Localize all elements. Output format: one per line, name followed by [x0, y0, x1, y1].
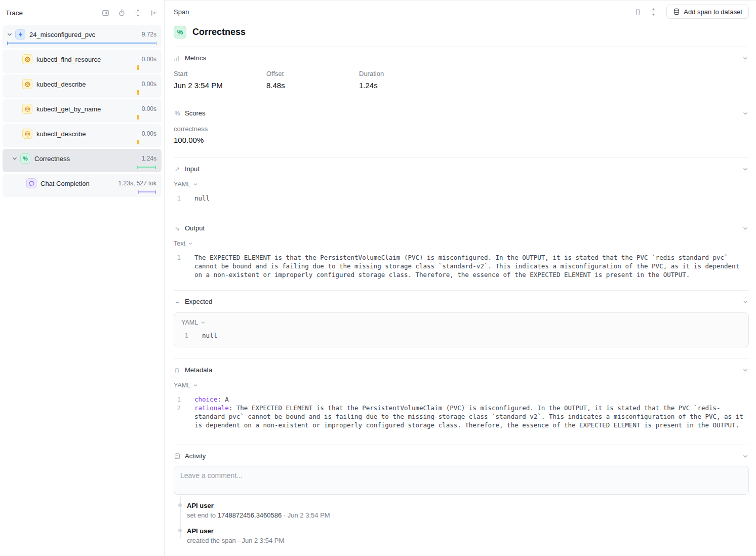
code-text: null	[194, 194, 749, 203]
chevron-down-icon[interactable]	[742, 55, 749, 62]
percent-icon: %	[174, 110, 181, 117]
tree-row-duration: 9.72s	[142, 31, 162, 38]
timeline-dot-icon	[178, 503, 182, 507]
format-selector[interactable]: Text	[174, 240, 193, 247]
arrow-down-right-icon: ↘	[174, 225, 181, 232]
score-label: correctness	[174, 125, 749, 133]
trace-tree: 24_misconfigured_pvc 9.72s kubectl_find_…	[0, 25, 164, 197]
timeline-track	[7, 165, 156, 170]
tree-row-trace-root[interactable]: 24_misconfigured_pvc 9.72s	[3, 25, 162, 48]
section-heading: Metrics	[185, 54, 206, 62]
timeline-track	[7, 41, 156, 46]
scorer-icon: %	[20, 153, 30, 164]
metric-value: Jun 2 3:54 PM	[174, 81, 266, 90]
code-text: The EXPECTED ELEMENT is that the Persist…	[194, 253, 749, 279]
tree-row-tool[interactable]: kubectl_describe 0.00s	[3, 74, 162, 98]
timeline-track	[7, 65, 156, 70]
line-number: 1	[181, 331, 188, 340]
tree-row-duration: 1.24s	[142, 155, 162, 162]
metrics-section: Metrics Start Jun 2 3:54 PM Offset 8.48s…	[174, 47, 749, 102]
tree-row-tool[interactable]: kubectl_get_by_name 0.00s	[3, 99, 162, 123]
tree-row-duration: 0.00s	[142, 56, 162, 63]
line-number: 1	[174, 253, 181, 279]
metric-value: 1.24s	[359, 81, 452, 90]
timeline-tick	[137, 90, 139, 95]
metric-offset: Offset 8.48s	[266, 70, 359, 90]
timeline-dot-icon	[178, 529, 182, 532]
tree-row-tool[interactable]: kubectl_describe 0.00s	[3, 124, 162, 147]
chevron-down-icon	[192, 181, 198, 187]
score-item: correctness 100.00%	[174, 125, 749, 157]
chevron-down-icon[interactable]	[11, 155, 18, 162]
comment-input[interactable]	[180, 471, 742, 489]
event-user: API user	[187, 502, 749, 509]
tree-row-label: kubectl_get_by_name	[36, 105, 101, 113]
format-selector[interactable]: YAML	[181, 319, 206, 326]
stopwatch-icon[interactable]	[118, 9, 126, 17]
metadata-section: {} Metadata YAML 1 choice: A 2 rationale…	[174, 359, 749, 445]
yaml-key: choice	[194, 395, 217, 403]
trace-viewer: Trace 24_m	[0, 0, 756, 556]
chevron-down-icon[interactable]	[742, 225, 749, 232]
line-number: 1	[174, 395, 181, 404]
activity-icon	[174, 453, 181, 460]
timeline-track	[7, 115, 156, 120]
collapse-left-icon[interactable]	[150, 9, 158, 17]
scorer-badge-icon: %	[174, 26, 186, 38]
code-viewer: 1 null	[181, 331, 741, 340]
output-section: ↘ Output Text 1 The EXPECTED ELEMENT is …	[174, 217, 749, 290]
add-span-to-dataset-button[interactable]: Add span to dataset	[666, 5, 749, 19]
activity-event: API user created the span · Jun 2 3:54 P…	[180, 527, 749, 544]
section-heading: Scores	[185, 109, 205, 117]
tool-icon	[22, 54, 32, 64]
chevron-down-icon	[192, 382, 198, 388]
tree-row-label: kubectl_describe	[36, 130, 86, 138]
tree-row-duration: 0.00s	[142, 130, 162, 137]
timeline-track	[7, 189, 156, 194]
metric-duration: Duration 1.24s	[359, 70, 452, 90]
tree-row-duration: 1.23s, 527 tok	[118, 180, 162, 187]
tree-row-llm[interactable]: Chat Completion 1.23s, 527 tok	[3, 174, 162, 197]
timeline-bar	[137, 167, 156, 168]
chevron-down-icon[interactable]	[742, 367, 749, 374]
activity-section: Activity API user set end to 1748872456.…	[174, 445, 749, 556]
expand-vertical-icon[interactable]	[134, 9, 142, 17]
sidebar-header: Trace	[0, 7, 164, 25]
event-value: 1748872456.3460586	[218, 511, 282, 519]
scores-section: % Scores correctness 100.00%	[174, 102, 749, 157]
comment-box	[174, 466, 749, 495]
yaml-key: rationale	[194, 404, 229, 412]
chevron-down-icon[interactable]	[742, 453, 749, 460]
metric-label: Offset	[266, 70, 359, 77]
activity-feed: API user set end to 1748872456.3460586 ·…	[180, 502, 749, 556]
expand-vertical-icon[interactable]	[650, 8, 657, 16]
format-selector[interactable]: YAML	[174, 382, 198, 389]
metric-label: Duration	[359, 70, 452, 77]
braces-icon[interactable]: {}	[635, 8, 641, 15]
metric-start: Start Jun 2 3:54 PM	[174, 70, 266, 90]
bar-chart-icon	[174, 55, 181, 62]
section-heading: Output	[185, 224, 205, 232]
tree-row-tool[interactable]: kubectl_find_resource 0.00s	[3, 50, 162, 73]
panel-layout-icon[interactable]	[102, 9, 109, 17]
event-description: set end to 1748872456.3460586 · Jun 2 3:…	[187, 511, 749, 519]
sidebar-title: Trace	[6, 9, 23, 17]
chevron-down-icon[interactable]	[6, 31, 13, 38]
chevron-down-icon[interactable]	[742, 166, 749, 173]
chevron-down-icon[interactable]	[742, 110, 749, 117]
tree-row-duration: 0.00s	[142, 105, 162, 112]
arrow-up-right-icon: ↗	[174, 166, 181, 173]
timeline-bar	[7, 43, 156, 44]
tree-row-label: Chat Completion	[41, 180, 90, 187]
span-detail-panel: Span {} Add span to dataset % Correctnes…	[165, 0, 756, 556]
tree-row-label: 24_misconfigured_pvc	[29, 31, 95, 38]
tree-row-scorer-selected[interactable]: % Correctness 1.24s	[3, 149, 162, 172]
chevron-down-icon[interactable]	[742, 298, 749, 305]
chat-bubble-icon	[26, 178, 36, 188]
format-selector[interactable]: YAML	[174, 181, 198, 188]
code-viewer: 1 The EXPECTED ELEMENT is that the Persi…	[174, 253, 749, 279]
code-text: null	[202, 331, 741, 340]
tree-row-label: kubectl_describe	[36, 81, 86, 88]
tree-row-label: Correctness	[34, 155, 70, 163]
code-viewer: 1 choice: A 2 rationale: The EXPECTED EL…	[174, 395, 749, 429]
